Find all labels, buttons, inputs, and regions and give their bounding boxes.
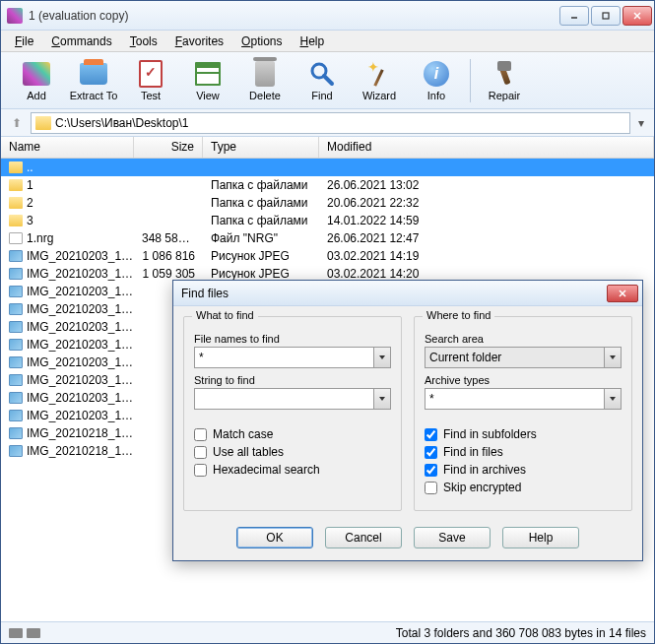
menu-commands[interactable]: Commands xyxy=(43,32,119,50)
img-icon xyxy=(9,410,23,421)
magnifier-icon xyxy=(306,60,338,88)
what-to-find-group: What to find File names to find String t… xyxy=(183,316,402,511)
toolbar-separator xyxy=(470,59,471,102)
img-icon xyxy=(9,303,23,315)
chevron-down-icon[interactable] xyxy=(373,388,391,410)
table-row[interactable]: IMG_20210203_1…1 086 816Рисунок JPEG03.0… xyxy=(1,247,654,265)
table-row[interactable]: 2Папка с файлами20.06.2021 22:32 xyxy=(1,194,654,212)
menu-options[interactable]: Options xyxy=(233,32,290,50)
up-icon[interactable]: ⬆ xyxy=(7,113,27,133)
col-modified[interactable]: Modified xyxy=(319,137,654,158)
archivetypes-input[interactable] xyxy=(425,388,604,410)
find-button[interactable]: Find xyxy=(295,55,350,106)
folder-icon xyxy=(9,179,23,191)
list-header: Name Size Type Modified xyxy=(1,137,654,159)
skipencrypted-checkbox[interactable]: Skip encrypted xyxy=(425,481,622,494)
img-icon xyxy=(9,392,23,404)
view-button[interactable]: View xyxy=(180,55,235,106)
dialog-title: Find files xyxy=(181,287,607,300)
test-icon xyxy=(139,60,163,88)
img-icon xyxy=(9,250,23,262)
file-icon xyxy=(9,232,23,244)
archive-icon xyxy=(23,62,50,86)
archivetypes-combo[interactable] xyxy=(425,388,622,410)
status-text: Total 3 folders and 360 708 083 bytes in… xyxy=(396,626,646,640)
menubar: File Commands Tools Favorites Options He… xyxy=(1,31,654,52)
matchcase-checkbox[interactable]: Match case xyxy=(194,427,391,441)
menu-file[interactable]: File xyxy=(7,32,41,50)
app-icon xyxy=(7,8,23,24)
path-dropdown-icon[interactable]: ▾ xyxy=(634,116,648,130)
find-dialog: Find files What to find File names to fi… xyxy=(172,280,643,561)
infiles-checkbox[interactable]: Find in files xyxy=(425,445,622,459)
searcharea-combo[interactable] xyxy=(425,347,622,368)
save-button[interactable]: Save xyxy=(414,527,491,548)
folder-icon xyxy=(35,116,51,130)
svg-line-5 xyxy=(324,76,332,84)
img-icon xyxy=(9,445,23,457)
searcharea-label: Search area xyxy=(425,333,622,345)
wand-icon xyxy=(367,61,391,87)
chevron-down-icon[interactable] xyxy=(604,347,622,368)
img-icon xyxy=(9,321,23,333)
filenames-input[interactable] xyxy=(194,347,373,368)
filenames-label: File names to find xyxy=(194,333,391,345)
maximize-button[interactable] xyxy=(591,6,621,26)
minimize-button[interactable] xyxy=(559,6,589,26)
img-icon xyxy=(9,427,23,439)
help-button[interactable]: Help xyxy=(502,527,579,548)
img-icon xyxy=(9,339,23,351)
close-button[interactable] xyxy=(622,6,652,26)
col-name[interactable]: Name xyxy=(1,137,134,158)
col-size[interactable]: Size xyxy=(134,137,203,158)
hexsearch-checkbox[interactable]: Hexadecimal search xyxy=(194,463,391,477)
dialog-titlebar[interactable]: Find files xyxy=(173,281,642,306)
subfolders-checkbox[interactable]: Find in subfolders xyxy=(425,427,622,441)
extract-icon xyxy=(80,63,107,85)
add-button[interactable]: Add xyxy=(9,55,64,106)
string-input[interactable] xyxy=(194,388,373,410)
path-box[interactable] xyxy=(31,112,630,134)
path-input[interactable] xyxy=(55,116,625,130)
img-icon xyxy=(9,286,23,297)
folder-icon xyxy=(9,215,23,226)
ok-button[interactable]: OK xyxy=(236,527,313,548)
cancel-button[interactable]: Cancel xyxy=(325,527,402,548)
table-row[interactable]: .. xyxy=(1,159,654,176)
folder-icon xyxy=(9,197,23,209)
wizard-button[interactable]: Wizard xyxy=(352,55,407,106)
menu-tools[interactable]: Tools xyxy=(122,32,165,50)
addressbar: ⬆ ▾ xyxy=(1,109,654,137)
test-button[interactable]: Test xyxy=(123,55,178,106)
repair-button[interactable]: Repair xyxy=(477,55,532,106)
table-row[interactable]: 1Папка с файлами26.06.2021 13:02 xyxy=(1,176,654,194)
dialog-close-button[interactable] xyxy=(607,285,638,302)
chevron-down-icon[interactable] xyxy=(604,388,622,410)
info-icon: i xyxy=(424,61,449,87)
svg-rect-1 xyxy=(603,13,609,19)
img-icon xyxy=(9,268,23,280)
img-icon xyxy=(9,356,23,368)
menu-help[interactable]: Help xyxy=(292,32,332,50)
extract-button[interactable]: Extract To xyxy=(66,55,121,106)
archivetypes-label: Archive types xyxy=(425,374,622,386)
dialog-buttons: OK Cancel Save Help xyxy=(173,521,642,560)
folder-icon xyxy=(9,161,23,173)
filenames-combo[interactable] xyxy=(194,347,391,368)
col-type[interactable]: Type xyxy=(203,137,319,158)
table-row[interactable]: 3Папка с файлами14.01.2022 14:59 xyxy=(1,212,654,229)
inarchives-checkbox[interactable]: Find in archives xyxy=(425,463,622,477)
trash-icon xyxy=(255,61,275,87)
table-row[interactable]: 1.nrg348 581 330Файл "NRG"26.06.2021 12:… xyxy=(1,229,654,247)
where-to-find-group: Where to find Search area Archive types … xyxy=(414,316,632,511)
menu-favorites[interactable]: Favorites xyxy=(167,32,231,50)
titlebar[interactable]: 1 (evaluation copy) xyxy=(1,1,654,31)
searcharea-input[interactable] xyxy=(425,347,604,368)
usealltables-checkbox[interactable]: Use all tables xyxy=(194,445,391,459)
chevron-down-icon[interactable] xyxy=(373,347,391,368)
delete-button[interactable]: Delete xyxy=(237,55,293,106)
string-label: String to find xyxy=(194,374,391,386)
info-button[interactable]: iInfo xyxy=(409,55,464,106)
img-icon xyxy=(9,374,23,386)
string-combo[interactable] xyxy=(194,388,391,410)
